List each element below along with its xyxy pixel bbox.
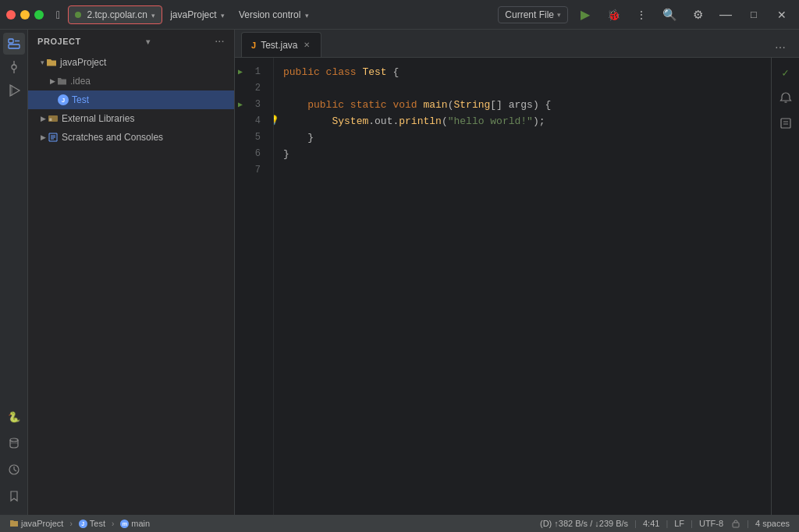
activity-project-icon[interactable] — [3, 33, 25, 55]
code-content[interactable]: public class Test { public static void m… — [274, 58, 771, 515]
method-small-icon: m — [120, 520, 129, 528]
tab-bar: J Test.java ✕ ⋯ — [235, 30, 799, 58]
bulb-icon[interactable]: 💡 — [274, 113, 279, 129]
window-maximize-button[interactable]: □ — [743, 5, 765, 24]
folder-small-icon — [9, 519, 19, 528]
svg-rect-7 — [10, 85, 12, 96]
svg-point-3 — [12, 65, 16, 69]
lock-icon-btn[interactable] — [728, 516, 744, 530]
tree-expand-arrow: ▶ — [50, 77, 55, 85]
activity-database-icon[interactable] — [3, 432, 25, 454]
run-gutter-3[interactable]: ▶ — [238, 97, 243, 113]
no-errors-icon[interactable]: ✓ — [776, 64, 795, 83]
tree-item-javaproject[interactable]: ▾ javaProject — [28, 53, 234, 72]
settings-button[interactable]: ⚙ — [687, 5, 708, 24]
code-editor[interactable]: ▶ 1 2 ▶ 3 4 5 — [235, 58, 799, 515]
activity-bookmark-icon[interactable] — [3, 485, 25, 507]
run-button[interactable]: ▶ — [574, 5, 596, 24]
tab-filename: Test.java — [261, 40, 297, 51]
code-line-6: } — [283, 146, 762, 162]
search-button[interactable]: 🔍 — [659, 5, 680, 24]
more-actions-button[interactable]: ⋮ — [630, 5, 652, 24]
tree-expand-arrow: ▶ — [41, 133, 46, 141]
tree-item-idea[interactable]: ▶ .idea — [28, 72, 234, 90]
activity-commits-icon[interactable] — [3, 56, 25, 78]
java-small-icon: J — [79, 520, 87, 528]
editor-tab-test-java[interactable]: J Test.java ✕ — [241, 32, 321, 57]
line-endings[interactable]: LF — [671, 516, 687, 530]
line-num-6: 6 — [235, 146, 265, 162]
tree-item-scratches[interactable]: ▶ Scratches and Consoles — [28, 128, 234, 147]
line-numbers: ▶ 1 2 ▶ 3 4 5 — [235, 58, 274, 515]
version-control-menu[interactable]: Version control ▾ — [233, 6, 315, 23]
activity-bar: 🐍 — [0, 30, 28, 515]
tree-item-external-libs[interactable]: ▶ ≡ External Libraries — [28, 109, 234, 128]
cursor-position[interactable]: 4:41 — [640, 516, 662, 530]
indent-setting[interactable]: 4 spaces — [752, 516, 793, 530]
encoding-label: UTF-8 — [699, 519, 723, 528]
idea-folder-icon — [57, 76, 67, 87]
minimize-button[interactable] — [20, 10, 30, 20]
tree-item-label: javaProject — [60, 57, 106, 68]
close-button[interactable] — [6, 10, 16, 20]
code-line-2 — [283, 80, 762, 97]
sidebar: Project ▾ ··· ▾ javaProject ▶ .idea J T — [28, 30, 235, 515]
remote-host-tab[interactable]: 2.tcp.cpolar.cn ▾ — [68, 5, 162, 24]
folder-icon — [46, 57, 57, 68]
svg-text:≡: ≡ — [49, 116, 52, 122]
activity-python-icon[interactable]: 🐍 — [3, 406, 25, 427]
window-minimize-button[interactable]: — — [715, 5, 737, 24]
network-stats[interactable]: (D) ↑382 B/s / ↓239 B/s — [537, 516, 631, 530]
tree-item-test[interactable]: J Test — [28, 90, 234, 109]
traffic-lights — [6, 10, 44, 20]
breadcrumb-main[interactable]: m main — [117, 516, 153, 530]
breadcrumb-label-project: javaProject — [21, 519, 63, 528]
line-endings-label: LF — [674, 519, 684, 528]
svg-rect-19 — [781, 119, 790, 128]
activity-run-icon[interactable] — [3, 80, 25, 101]
tree-expand-arrow: ▶ — [41, 115, 46, 122]
statusbar-right: (D) ↑382 B/s / ↓239 B/s | 4:41 | LF | UT… — [537, 516, 793, 530]
indent-label: 4 spaces — [755, 519, 790, 528]
tree-item-label: .idea — [70, 76, 91, 87]
lock-icon — [731, 519, 740, 528]
line-num-5: 5 — [235, 129, 265, 146]
breadcrumb-label-test: Test — [90, 519, 105, 528]
breadcrumb-label-main: main — [131, 519, 150, 528]
java-project-menu[interactable]: javaProject ▾ — [164, 6, 231, 23]
tree-item-label: Test — [72, 94, 89, 105]
code-line-7 — [283, 162, 762, 179]
maximize-button[interactable] — [34, 10, 44, 20]
sidebar-header: Project ▾ ··· — [28, 30, 234, 53]
cursor-position-label: 4:41 — [643, 519, 659, 528]
run-gutter-1[interactable]: ▶ — [238, 64, 243, 80]
titlebar:  2.tcp.cpolar.cn ▾ javaProject ▾ Versio… — [0, 0, 799, 30]
svg-rect-1 — [9, 44, 20, 48]
sidebar-options-button[interactable]: ··· — [215, 37, 225, 46]
window-close-button[interactable]: ✕ — [771, 5, 793, 24]
tab-close-button[interactable]: ✕ — [302, 40, 311, 50]
svg-point-8 — [10, 438, 18, 442]
notifications-icon[interactable] — [776, 89, 795, 108]
apple-menu[interactable]:  — [50, 5, 66, 24]
svg-rect-22 — [733, 523, 739, 527]
line-num-7: 7 — [235, 162, 265, 179]
activity-clock-icon[interactable] — [3, 459, 25, 481]
current-file-dropdown[interactable]: Current File ▾ — [498, 6, 568, 23]
breadcrumb-javaproject[interactable]: javaProject — [6, 516, 66, 530]
sidebar-title: Project — [37, 37, 81, 46]
svg-rect-0 — [9, 39, 13, 43]
network-stats-label: (D) ↑382 B/s / ↓239 B/s — [540, 519, 628, 528]
tree-expand-arrow: ▾ — [41, 59, 44, 66]
bookmark-gutter-icon[interactable] — [776, 114, 795, 133]
line-num-2: 2 — [235, 80, 265, 97]
statusbar: javaProject › J Test › m main (D) ↑382 B… — [0, 515, 799, 532]
code-line-5: } — [283, 129, 762, 146]
breadcrumb-test[interactable]: J Test — [76, 516, 108, 530]
debug-button[interactable]: 🐞 — [602, 5, 624, 24]
java-file-icon: J — [58, 94, 69, 105]
sidebar-title-arrow: ▾ — [146, 37, 151, 46]
editor-more-button[interactable]: ⋯ — [771, 38, 790, 57]
encoding[interactable]: UTF-8 — [696, 516, 726, 530]
tree-item-label: Scratches and Consoles — [62, 132, 163, 143]
